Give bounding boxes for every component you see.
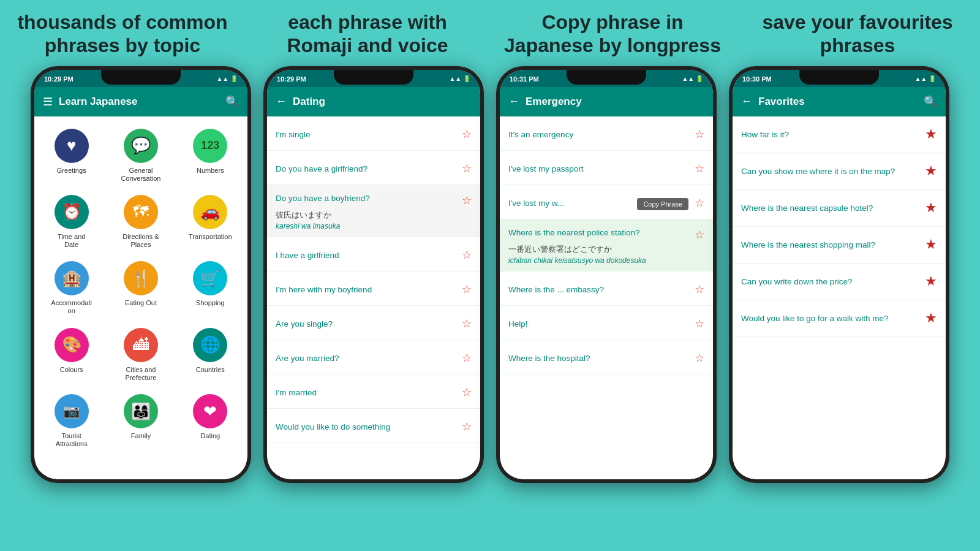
fav-how-far[interactable]: How far is it? ★ xyxy=(733,116,946,153)
screen-body-1: ♥ Greetings 💬 GeneralConversation 123 Nu… xyxy=(34,116,247,479)
general-label: GeneralConversation xyxy=(121,167,161,183)
banner-4: save your favouritesphrases xyxy=(735,11,980,58)
star-outline[interactable]: ☆ xyxy=(695,228,704,241)
phrase-im-single[interactable]: I'm single ☆ xyxy=(267,116,480,151)
star-outline[interactable]: ☆ xyxy=(462,283,472,296)
star-outline[interactable]: ☆ xyxy=(462,162,472,175)
star-outline[interactable]: ☆ xyxy=(695,351,704,365)
phrase-text: I'm here with my boyfriend xyxy=(276,285,457,294)
star-outline[interactable]: ☆ xyxy=(462,248,472,262)
star-outline[interactable]: ☆ xyxy=(462,127,472,141)
status-icons-4: ▲▲ 🔋 xyxy=(914,75,936,82)
star-filled[interactable]: ★ xyxy=(925,126,937,142)
phrase-text: It's an emergency xyxy=(508,130,690,139)
fav-write-price[interactable]: Can you write down the price? ★ xyxy=(733,264,946,300)
screen-body-2: I'm single ☆ Do you have a girlfriend? ☆… xyxy=(267,116,480,479)
phone-3: 10:31 PM ▲▲ 🔋 ← Emergency It's an emerge… xyxy=(496,66,717,483)
phone-notch-2 xyxy=(334,70,413,85)
star-filled[interactable]: ★ xyxy=(925,237,937,253)
menu-item-dating[interactable]: ❤ Dating xyxy=(176,387,245,453)
star-outline[interactable]: ☆ xyxy=(695,196,704,210)
menu-item-transport[interactable]: 🚗 Transportation xyxy=(176,188,245,254)
menu-item-general[interactable]: 💬 GeneralConversation xyxy=(106,121,175,188)
star-outline[interactable]: ☆ xyxy=(695,127,704,141)
fav-walk-with-me[interactable]: Would you like to go for a walk with me?… xyxy=(733,300,946,337)
fav-show-map[interactable]: Can you show me where it is on the map? … xyxy=(733,153,946,190)
banner-1: thousands of commonphrases by topic xyxy=(0,11,245,58)
phrase-list-2: I'm single ☆ Do you have a girlfriend? ☆… xyxy=(267,116,480,443)
copy-tooltip[interactable]: Copy Phrase xyxy=(637,198,688,210)
phrase-are-single[interactable]: Are you single? ☆ xyxy=(267,306,480,340)
star-filled[interactable]: ★ xyxy=(925,273,937,289)
phrase-romaji: kareshi wa imasuka xyxy=(276,222,340,230)
menu-item-tourist[interactable]: 📷 TouristAttractions xyxy=(37,387,106,453)
menu-item-family[interactable]: 👨‍👩‍👧 Family xyxy=(106,387,175,453)
numbers-label: Numbers xyxy=(197,167,224,175)
star-outline[interactable]: ☆ xyxy=(695,283,704,296)
phrase-would-like[interactable]: Would you like to do something ☆ xyxy=(267,409,480,443)
shopping-icon: 🛒 xyxy=(193,261,227,295)
menu-item-greetings[interactable]: ♥ Greetings xyxy=(37,121,106,188)
star-outline[interactable]: ☆ xyxy=(462,194,472,207)
phrase-japanese: 彼氏はいますか xyxy=(276,210,331,221)
menu-item-cities[interactable]: 🏙 Cities andPrefecture xyxy=(106,321,175,387)
phrase-police[interactable]: Where is the nearest police station? ☆ 一… xyxy=(500,219,713,272)
phones-row: 10:29 PM ▲▲ 🔋 ☰ Learn Japanese 🔍 ♥ Greet… xyxy=(0,66,980,483)
menu-item-time[interactable]: ⏰ Time andDate xyxy=(37,188,106,254)
phrase-help[interactable]: Help! ☆ xyxy=(500,306,713,340)
phrase-text: Do you have a girlfriend? xyxy=(276,164,457,173)
phrase-girlfriend-q[interactable]: Do you have a girlfriend? ☆ xyxy=(267,151,480,185)
back-icon-3[interactable]: ← xyxy=(508,95,519,108)
phrase-boyfriend-q[interactable]: Do you have a boyfriend? ☆ 彼氏はいますか kares… xyxy=(267,185,480,237)
fav-capsule-hotel[interactable]: Where is the nearest capsule hotel? ★ xyxy=(733,190,946,227)
phrase-text: Help! xyxy=(508,319,690,329)
back-icon-2[interactable]: ← xyxy=(276,95,287,108)
phrase-im-married[interactable]: I'm married ☆ xyxy=(267,374,480,409)
back-icon-4[interactable]: ← xyxy=(741,95,752,108)
app-title-2: Dating xyxy=(293,96,472,108)
star-outline[interactable]: ☆ xyxy=(462,351,472,365)
menu-item-colours[interactable]: 🎨 Colours xyxy=(37,321,106,387)
phrase-list-4: How far is it? ★ Can you show me where i… xyxy=(733,116,946,337)
countries-label: Countries xyxy=(196,366,225,374)
phrase-lost-passport[interactable]: I've lost my passport ☆ xyxy=(500,151,713,185)
menu-item-numbers[interactable]: 123 Numbers xyxy=(176,121,245,188)
menu-icon-1[interactable]: ☰ xyxy=(43,95,53,108)
star-outline[interactable]: ☆ xyxy=(462,386,472,399)
menu-grid: ♥ Greetings 💬 GeneralConversation 123 Nu… xyxy=(34,116,247,458)
phrase-are-married[interactable]: Are you married? ☆ xyxy=(267,340,480,374)
status-time-4: 10:30 PM xyxy=(742,75,772,83)
phrase-have-girlfriend[interactable]: I have a girlfriend ☆ xyxy=(267,237,480,272)
menu-item-directions[interactable]: 🗺 Directions &Places xyxy=(106,188,175,254)
transport-label: Transportation xyxy=(189,233,232,241)
accommodation-icon: 🏨 xyxy=(55,261,89,295)
star-filled[interactable]: ★ xyxy=(925,200,937,216)
star-filled[interactable]: ★ xyxy=(925,163,937,179)
app-bar-4: ← Favorites 🔍 xyxy=(733,87,946,116)
general-icon: 💬 xyxy=(124,129,158,163)
phrase-lost-wallet[interactable]: I've lost my w... ☆ Copy Phrase xyxy=(500,185,713,219)
phrase-text: Where is the ... embassy? xyxy=(508,285,690,294)
phrase-emergency[interactable]: It's an emergency ☆ xyxy=(500,116,713,151)
phrase-text: Where is the nearest capsule hotel? xyxy=(741,203,920,213)
status-icons-3: ▲▲ 🔋 xyxy=(682,75,703,82)
phrase-text: Can you write down the price? xyxy=(741,277,920,286)
search-icon-1[interactable]: 🔍 xyxy=(225,95,239,108)
search-icon-4[interactable]: 🔍 xyxy=(924,95,937,108)
fav-shopping-mall[interactable]: Where is the nearest shopping mall? ★ xyxy=(733,227,946,264)
menu-item-countries[interactable]: 🌐 Countries xyxy=(176,321,245,387)
phrase-hospital[interactable]: Where is the hospital? ☆ xyxy=(500,340,713,374)
menu-item-accommodation[interactable]: 🏨 Accommodation xyxy=(37,254,106,320)
cities-icon: 🏙 xyxy=(124,328,158,362)
star-outline[interactable]: ☆ xyxy=(695,162,704,175)
star-outline[interactable]: ☆ xyxy=(695,317,704,330)
phone-4: 10:30 PM ▲▲ 🔋 ← Favorites 🔍 How far is i… xyxy=(729,66,949,483)
star-outline[interactable]: ☆ xyxy=(462,317,472,330)
star-outline[interactable]: ☆ xyxy=(462,420,472,433)
phrase-with-boyfriend[interactable]: I'm here with my boyfriend ☆ xyxy=(267,272,480,306)
phrase-embassy[interactable]: Where is the ... embassy? ☆ xyxy=(500,272,713,306)
star-filled[interactable]: ★ xyxy=(925,310,937,326)
menu-item-eating[interactable]: 🍴 Eating Out xyxy=(106,254,175,320)
phrase-row-police: Where is the nearest police station? ☆ xyxy=(508,228,704,241)
menu-item-shopping[interactable]: 🛒 Shopping xyxy=(176,254,245,320)
